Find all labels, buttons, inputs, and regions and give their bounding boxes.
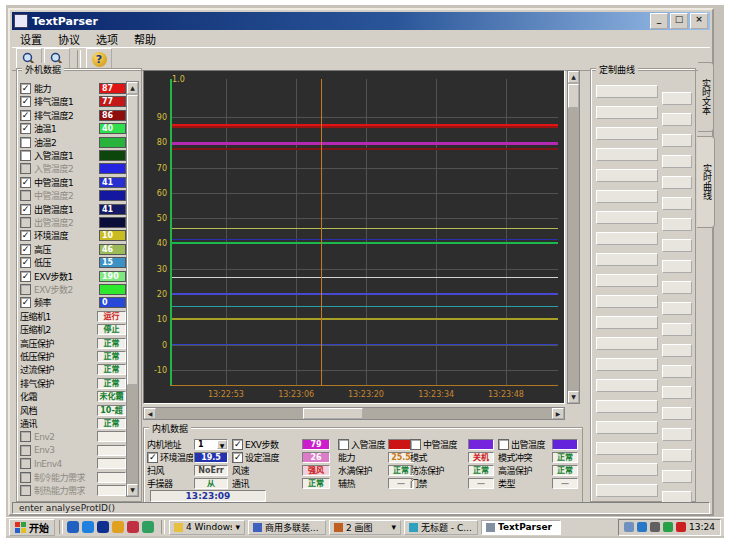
left-arrow-icon[interactable]: ◀ xyxy=(144,408,156,419)
task-button[interactable]: 商用多联装... xyxy=(248,520,326,535)
curve-checkbox[interactable] xyxy=(20,431,31,442)
custom-curve-name-field[interactable] xyxy=(596,337,658,350)
curve-checkbox[interactable]: ✓ xyxy=(20,230,31,241)
custom-curve-value-field[interactable] xyxy=(662,113,692,126)
custom-curve-name-field[interactable] xyxy=(596,295,658,308)
curve-checkbox[interactable]: ✓ xyxy=(20,271,31,282)
key-icon[interactable] xyxy=(127,521,139,533)
custom-curve-value-field[interactable] xyxy=(662,134,692,147)
up-arrow-icon[interactable]: ▲ xyxy=(568,71,579,83)
curve-checkbox[interactable] xyxy=(20,217,31,228)
scrollbar-thumb[interactable] xyxy=(303,408,363,419)
scrollbar-thumb[interactable] xyxy=(127,95,138,385)
tab-realtime-curve[interactable]: 实时曲线 xyxy=(697,136,715,228)
custom-curve-value-field[interactable] xyxy=(662,323,692,336)
down-arrow-icon[interactable]: ▼ xyxy=(568,391,579,403)
custom-curve-value-field[interactable] xyxy=(662,302,692,315)
tray-icon-4[interactable] xyxy=(663,522,673,532)
custom-curve-value-field[interactable] xyxy=(662,428,692,441)
curve-checkbox[interactable]: ✓ xyxy=(20,257,31,268)
custom-curve-value-field[interactable] xyxy=(662,365,692,378)
curve-checkbox[interactable]: ✓ xyxy=(20,204,31,215)
custom-curve-value-field[interactable] xyxy=(662,218,692,231)
browser-icon[interactable] xyxy=(67,521,79,533)
dropdown-arrow-icon[interactable]: ▼ xyxy=(217,440,227,449)
custom-curve-name-field[interactable] xyxy=(596,148,658,161)
right-arrow-icon[interactable]: ▶ xyxy=(552,408,564,419)
custom-curve-name-field[interactable] xyxy=(596,484,658,497)
indoor-checkbox[interactable]: ✓ xyxy=(232,452,243,463)
title-bar[interactable]: TextParser _ □ × xyxy=(12,12,710,30)
indoor-checkbox[interactable] xyxy=(338,439,349,450)
custom-curve-value-field[interactable] xyxy=(662,176,692,189)
curve-checkbox[interactable]: ✓ xyxy=(20,96,31,107)
media-icon[interactable] xyxy=(97,521,109,533)
custom-curve-value-field[interactable] xyxy=(662,407,692,420)
indoor-checkbox[interactable] xyxy=(410,439,421,450)
close-button[interactable]: × xyxy=(690,13,708,29)
down-arrow-icon[interactable]: ▼ xyxy=(127,484,138,496)
tray-icon-3[interactable] xyxy=(650,522,660,532)
curve-checkbox[interactable] xyxy=(20,485,31,496)
custom-curve-name-field[interactable] xyxy=(596,106,658,119)
curve-checkbox[interactable] xyxy=(20,284,31,295)
custom-curve-name-field[interactable] xyxy=(596,379,658,392)
task-button[interactable]: 无标题 - C... xyxy=(404,520,478,535)
custom-curve-value-field[interactable] xyxy=(662,344,692,357)
custom-curve-name-field[interactable] xyxy=(596,253,658,266)
curve-checkbox[interactable] xyxy=(20,472,31,483)
custom-curve-value-field[interactable] xyxy=(662,92,692,105)
chart-vscrollbar[interactable]: ▲ ▼ xyxy=(567,70,580,404)
indoor-checkbox[interactable]: ✓ xyxy=(232,439,243,450)
custom-curve-name-field[interactable] xyxy=(596,400,658,413)
outdoor-scrollbar[interactable]: ▲ ▼ xyxy=(126,81,139,497)
custom-curve-name-field[interactable] xyxy=(596,421,658,434)
curve-checkbox[interactable] xyxy=(20,163,31,174)
scrollbar-thumb[interactable] xyxy=(568,84,579,108)
custom-curve-name-field[interactable] xyxy=(596,85,658,98)
up-arrow-icon[interactable]: ▲ xyxy=(127,82,138,94)
curve-checkbox[interactable] xyxy=(20,458,31,469)
curve-checkbox[interactable]: ✓ xyxy=(20,177,31,188)
custom-curve-name-field[interactable] xyxy=(596,232,658,245)
task-button[interactable]: 2 画图▾ xyxy=(329,520,401,535)
custom-curve-name-field[interactable] xyxy=(596,127,658,140)
custom-curve-name-field[interactable] xyxy=(596,316,658,329)
curve-checkbox[interactable]: ✓ xyxy=(20,123,31,134)
curve-checkbox[interactable]: ✓ xyxy=(20,244,31,255)
curve-checkbox[interactable] xyxy=(20,137,31,148)
tray-icon-1[interactable] xyxy=(624,522,634,532)
tool-icon[interactable] xyxy=(142,521,154,533)
globe-icon[interactable] xyxy=(82,521,94,533)
menu-item[interactable]: 设置 xyxy=(12,30,50,48)
tray-clock[interactable]: 13:24 xyxy=(689,522,715,532)
help-button[interactable]: ? xyxy=(86,48,112,70)
curve-checkbox[interactable] xyxy=(20,445,31,456)
task-button[interactable]: 4 Windows ...▾ xyxy=(169,520,245,535)
custom-curve-value-field[interactable] xyxy=(662,197,692,210)
indoor-checkbox[interactable]: ✓ xyxy=(147,452,158,463)
chart-hscrollbar[interactable]: ◀ ▶ xyxy=(143,407,565,420)
custom-curve-value-field[interactable] xyxy=(662,470,692,483)
indoor-checkbox[interactable] xyxy=(498,439,509,450)
tray-icon-5[interactable] xyxy=(676,522,686,532)
indoor-address-dropdown[interactable]: 1▼ xyxy=(194,439,228,450)
menu-item[interactable]: 帮助 xyxy=(126,30,164,48)
custom-curve-value-field[interactable] xyxy=(662,386,692,399)
custom-curve-value-field[interactable] xyxy=(662,449,692,462)
custom-curve-value-field[interactable] xyxy=(662,239,692,252)
custom-curve-value-field[interactable] xyxy=(662,260,692,273)
menu-item[interactable]: 选项 xyxy=(88,30,126,48)
curve-checkbox[interactable]: ✓ xyxy=(20,110,31,121)
mail-icon[interactable] xyxy=(112,521,124,533)
minimize-button[interactable]: _ xyxy=(650,13,668,29)
maximize-button[interactable]: □ xyxy=(670,13,688,29)
curve-checkbox[interactable]: ✓ xyxy=(20,83,31,94)
tray-icon-2[interactable] xyxy=(637,522,647,532)
custom-curve-value-field[interactable] xyxy=(662,155,692,168)
start-button[interactable]: 开始 xyxy=(9,519,55,536)
custom-curve-name-field[interactable] xyxy=(596,190,658,203)
chart-cursor[interactable] xyxy=(321,79,322,385)
custom-curve-name-field[interactable] xyxy=(596,463,658,476)
task-button[interactable]: TextParser xyxy=(481,520,561,535)
